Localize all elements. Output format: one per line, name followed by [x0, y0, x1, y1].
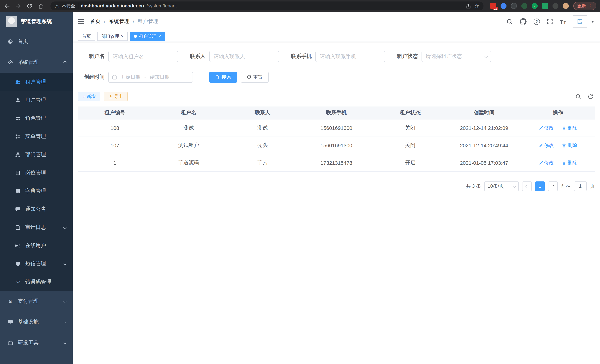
sidebar-item-role[interactable]: 角色管理: [0, 109, 73, 127]
tab-dept[interactable]: 部门管理 ×: [97, 32, 128, 41]
github-icon[interactable]: [520, 18, 526, 25]
delete-label: 删除: [568, 124, 577, 131]
sidebar-item-label: 岗位管理: [25, 169, 46, 176]
help-icon[interactable]: ?: [533, 18, 540, 25]
pagination: 共 3 条 10条/页 1 前往 页: [78, 181, 595, 200]
fullscreen-icon[interactable]: [547, 19, 553, 25]
date-range-picker[interactable]: 开始日期 - 结束日期: [108, 72, 193, 83]
tags-view: 首页 部门管理 × 租户管理 ×: [73, 31, 600, 42]
dashboard-icon: [7, 38, 13, 45]
sidebar-item-menu[interactable]: 菜单管理: [0, 127, 73, 145]
page-number-1[interactable]: 1: [535, 181, 545, 191]
breadcrumb-item[interactable]: 系统管理: [109, 18, 130, 25]
pencil-icon: [539, 143, 543, 148]
tab-tenant[interactable]: 租户管理 ×: [130, 32, 165, 41]
edit-link[interactable]: 修改: [539, 142, 554, 149]
hide-search-button[interactable]: [575, 94, 581, 99]
cell-contact: 秃头: [225, 137, 300, 154]
font-size-icon[interactable]: T T: [560, 19, 566, 24]
extension-icon-green-check[interactable]: ✓: [532, 3, 538, 9]
sidebar-item-label: 基础设施: [18, 319, 38, 326]
edit-label: 修改: [544, 142, 554, 149]
app: 芋道管理系统 首页 系统管理 租户管理: [0, 12, 600, 364]
date-start-placeholder: 开始日期: [119, 74, 142, 81]
bookmark-star-icon[interactable]: ☆: [474, 3, 479, 9]
delete-link[interactable]: 删除: [562, 124, 577, 131]
extension-icon-darkgreen[interactable]: [521, 3, 527, 9]
profile-avatar[interactable]: [563, 3, 569, 9]
gear-icon: [7, 59, 13, 65]
extension-icon-red[interactable]: 10: [490, 3, 496, 9]
col-created: 创建时间: [447, 106, 521, 119]
browser-reload-icon[interactable]: [26, 3, 33, 9]
caret-down-icon[interactable]: [591, 21, 594, 22]
delete-link[interactable]: 删除: [562, 159, 577, 166]
prev-page-button[interactable]: [522, 181, 532, 191]
export-button-label: 导出: [114, 93, 123, 100]
tab-label: 首页: [82, 33, 91, 39]
extension-icon-green-square[interactable]: [542, 3, 548, 9]
extension-icon-gray[interactable]: [553, 3, 558, 9]
cell-actions: 修改 删除: [521, 154, 595, 171]
goto-label: 前往: [561, 183, 571, 189]
browser-home-icon[interactable]: [37, 3, 44, 9]
cell-status: 关闭: [373, 137, 447, 154]
briefcase-icon: [7, 340, 13, 346]
breadcrumb-item[interactable]: 首页: [90, 18, 101, 25]
sidebar-item-user[interactable]: 用户管理: [0, 91, 73, 109]
delete-link[interactable]: 删除: [562, 142, 577, 149]
sidebar-item-system[interactable]: 系统管理: [0, 52, 73, 73]
sidebar-item-error-code[interactable]: </> 错误码管理: [0, 273, 73, 291]
page-size-value: 10条/页: [488, 183, 504, 189]
sidebar-item-online-user[interactable]: 在线用户: [0, 236, 73, 254]
search-icon[interactable]: [506, 18, 513, 25]
edit-link[interactable]: 修改: [539, 124, 554, 131]
sidebar-item-dev-tools[interactable]: 研发工具: [0, 332, 73, 353]
search-button[interactable]: 搜索: [209, 72, 237, 83]
sidebar-item-audit-log[interactable]: 审计日志: [0, 218, 73, 236]
close-icon[interactable]: ×: [159, 34, 161, 38]
browser-update-button[interactable]: 更新 ⋮: [573, 2, 596, 10]
add-button[interactable]: + 新增: [78, 92, 100, 101]
status-select[interactable]: 请选择租户状态: [422, 51, 491, 62]
extension-icon-dark[interactable]: [511, 3, 517, 9]
browser-back-icon[interactable]: [4, 3, 10, 9]
extension-icon-blue[interactable]: [501, 3, 506, 9]
reset-button[interactable]: 重置: [241, 72, 269, 83]
browser-forward-icon[interactable]: [15, 3, 21, 9]
tab-home[interactable]: 首页: [78, 32, 95, 41]
refresh-button[interactable]: [588, 94, 593, 99]
export-button[interactable]: 导出: [104, 92, 127, 101]
table-row: 107 测试租户 秃头 15601691300 关闭 2021-12-14 20…: [78, 137, 595, 154]
kebab-menu-icon[interactable]: ⋮: [588, 3, 593, 8]
edit-link[interactable]: 修改: [539, 159, 554, 166]
sidebar-item-label: 在线用户: [25, 242, 46, 249]
check-icon: ✓: [532, 3, 538, 9]
close-icon[interactable]: ×: [121, 34, 123, 38]
sidebar-item-tenant[interactable]: 租户管理: [0, 73, 73, 91]
sidebar-item-dict[interactable]: 字典管理: [0, 182, 73, 200]
contact-input[interactable]: [209, 51, 279, 62]
sidebar-item-infra[interactable]: 基础设施: [0, 312, 73, 332]
sidebar-item-sms[interactable]: 短信管理: [0, 254, 73, 273]
phone-input[interactable]: [315, 51, 385, 62]
sidebar-item-home[interactable]: 首页: [0, 31, 73, 52]
pencil-icon: [539, 126, 543, 130]
sidebar-item-notice[interactable]: 通知公告: [0, 200, 73, 218]
share-icon[interactable]: [465, 3, 472, 9]
sidebar-item-post[interactable]: 岗位管理: [0, 164, 73, 182]
next-page-button[interactable]: [548, 181, 558, 191]
user-avatar[interactable]: [573, 15, 587, 28]
breadcrumb-separator: /: [104, 19, 105, 25]
tenant-name-input[interactable]: [108, 51, 178, 62]
page-size-select[interactable]: 10条/页: [484, 181, 519, 191]
sidebar-item-payment[interactable]: ¥ 支付管理: [0, 291, 73, 312]
goto-page-input[interactable]: [574, 181, 587, 191]
sidebar-item-label: 支付管理: [18, 298, 38, 305]
update-label: 更新: [577, 3, 586, 9]
address-bar[interactable]: ⚠ 不安全 dashboard.yudao.iocoder.cn /system…: [50, 1, 484, 10]
sidebar-item-dept[interactable]: 部门管理: [0, 145, 73, 164]
col-tenant-id: 租户编号: [78, 106, 152, 119]
hamburger-icon[interactable]: [78, 19, 84, 24]
logo[interactable]: 芋道管理系统: [0, 12, 73, 31]
